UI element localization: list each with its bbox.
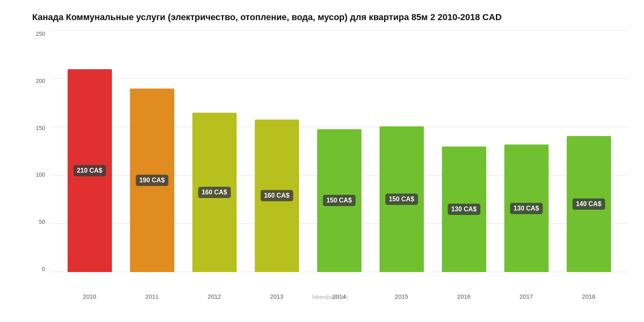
bar-wrapper: 190 CA$	[121, 89, 183, 272]
x-axis-label: 2017	[495, 293, 557, 300]
y-axis-label: 0	[42, 266, 48, 272]
y-axis: 050100150200250	[32, 31, 48, 272]
bar-wrapper: 210 CA$	[58, 69, 121, 272]
bar[interactable]: 150 CA$	[317, 129, 361, 272]
bar-group: 150 CA$	[370, 126, 433, 272]
bar-group: 150 CA$	[308, 129, 370, 272]
x-axis-label: 2010	[58, 293, 121, 300]
bar-group: 190 CA$	[121, 89, 183, 272]
y-axis-label: 200	[36, 78, 48, 84]
bar[interactable]: 150 CA$	[380, 126, 424, 272]
x-axis-label: 2015	[370, 293, 433, 300]
chart-title: Канада Коммунальные услуги (электричеств…	[32, 12, 628, 23]
bar-group: 130 CA$	[433, 147, 495, 272]
bar[interactable]: 190 CA$	[130, 89, 174, 272]
bar-group: 210 CA$	[58, 69, 121, 272]
bar-wrapper: 160 CA$	[183, 113, 246, 272]
bar-value-label: 130 CA$	[510, 203, 543, 214]
bar-group: 130 CA$	[495, 144, 557, 272]
bar-group: 160 CA$	[246, 120, 308, 272]
bar-value-label: 130 CA$	[448, 204, 480, 215]
bar[interactable]: 140 CA$	[567, 136, 611, 272]
bar-group: 140 CA$	[557, 136, 620, 272]
bar[interactable]: 160 CA$	[192, 113, 237, 272]
bar[interactable]: 130 CA$	[442, 147, 486, 272]
watermark: hikersbay.com	[312, 294, 348, 300]
bars-area: 210 CA$190 CA$160 CA$160 CA$150 CA$150 C…	[50, 31, 628, 272]
bar-wrapper: 150 CA$	[308, 129, 370, 272]
chart-area: 050100150200250 210 CA$190 CA$160 CA$160…	[32, 31, 628, 304]
bar-value-label: 160 CA$	[198, 187, 231, 198]
x-axis-label: 2013	[246, 293, 308, 300]
x-axis-label: 2016	[433, 293, 495, 300]
y-axis-label: 150	[36, 125, 48, 131]
bar-wrapper: 140 CA$	[557, 136, 620, 272]
chart-container: Канада Коммунальные услуги (электричеств…	[0, 0, 644, 322]
bar-value-label: 140 CA$	[572, 198, 605, 210]
bar-value-label: 150 CA$	[323, 195, 355, 206]
bar-value-label: 150 CA$	[385, 194, 418, 205]
y-axis-label: 100	[36, 171, 48, 178]
y-axis-label: 50	[39, 219, 48, 225]
bar[interactable]: 210 CA$	[68, 69, 112, 272]
bar[interactable]: 130 CA$	[504, 144, 549, 272]
bar-value-label: 210 CA$	[73, 165, 106, 176]
x-axis-label: 2011	[121, 293, 183, 300]
x-axis-label: 2018	[557, 293, 620, 300]
bar-value-label: 190 CA$	[136, 175, 168, 186]
bar-wrapper: 150 CA$	[370, 126, 433, 272]
bar-wrapper: 160 CA$	[246, 120, 308, 272]
bar-group: 160 CA$	[183, 113, 246, 272]
x-axis-label: 2012	[183, 293, 246, 300]
bar-wrapper: 130 CA$	[495, 144, 557, 272]
bar-value-label: 160 CA$	[260, 190, 293, 201]
bar[interactable]: 160 CA$	[255, 120, 299, 272]
bar-wrapper: 130 CA$	[433, 147, 495, 272]
y-axis-label: 250	[36, 31, 48, 37]
